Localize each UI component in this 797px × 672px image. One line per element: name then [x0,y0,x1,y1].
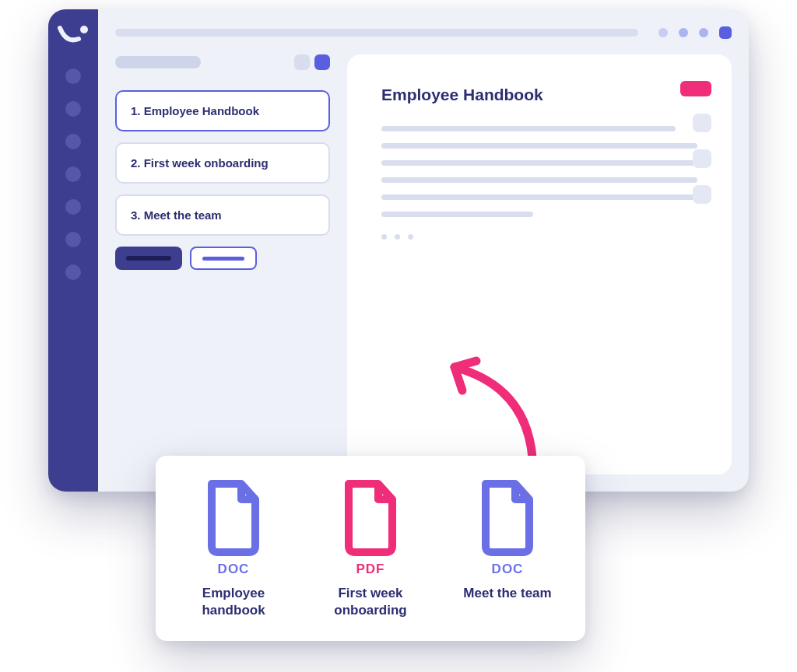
text-skeleton-line [381,160,697,166]
view-toggle[interactable] [294,54,330,70]
file-type-label: DOC [175,562,292,577]
text-skeleton-line [381,126,676,131]
content-title: Employee Handbook [381,86,697,104]
topbar [115,23,732,42]
side-tab[interactable] [693,114,711,132]
active-tab-indicator[interactable] [680,81,711,96]
rail-nav-dot[interactable] [65,68,81,84]
text-skeleton-line [381,143,697,149]
file-meet-the-team[interactable]: DOC Meet the team [449,479,566,619]
side-tab[interactable] [693,149,711,168]
more-indicator [381,234,697,240]
toggle-on-icon [314,54,330,70]
text-skeleton-line [381,177,697,183]
toggle-off-icon [294,54,310,70]
file-caption: Meet the team [449,585,566,602]
file-caption: Employee handbook [175,585,292,619]
window-control-dot[interactable] [658,28,668,37]
secondary-action-button[interactable] [190,247,257,270]
file-type-label: PDF [312,562,429,577]
file-employee-handbook[interactable]: DOC Employee handbook [175,479,292,619]
file-caption: First week onboarding [312,585,429,619]
doc-file-icon [472,479,543,557]
file-type-label: DOC [449,562,566,577]
text-skeleton-line [381,212,533,217]
rail-nav-dot[interactable] [65,166,81,182]
rail-nav-dot[interactable] [65,232,81,247]
nav-item-label: 2. First week onboarding [131,156,269,170]
panel-title-skeleton [115,56,201,68]
nav-item-employee-handbook[interactable]: 1. Employee Handbook [115,90,330,131]
nav-item-first-week-onboarding[interactable]: 2. First week onboarding [115,142,330,184]
rail-nav-dot[interactable] [65,134,81,149]
doc-file-icon [198,479,269,557]
content-card: Employee Handbook [347,54,732,474]
sidebar-rail [48,9,98,492]
window-control-dot[interactable] [699,28,708,37]
file-first-week-onboarding[interactable]: PDF First week onboarding [312,479,429,619]
nav-item-label: 1. Employee Handbook [131,104,259,117]
window-controls [658,26,732,39]
primary-action-button[interactable] [115,247,182,270]
window-control-dot[interactable] [679,28,688,37]
side-tab[interactable] [693,185,711,204]
rail-nav-dot[interactable] [65,264,81,280]
left-panel-header [115,54,330,70]
left-panel: 1. Employee Handbook 2. First week onboa… [115,54,330,270]
text-skeleton-line [381,194,697,200]
window-control-square[interactable] [719,26,732,39]
nav-item-label: 3. Meet the team [131,208,222,222]
svg-point-0 [80,26,88,33]
nav-item-meet-the-team[interactable]: 3. Meet the team [115,194,330,236]
panel-actions [115,247,330,270]
files-tray: DOC Employee handbook PDF First week onb… [156,456,585,641]
pdf-file-icon [335,479,406,557]
app-window: 1. Employee Handbook 2. First week onboa… [48,9,749,492]
address-bar-skeleton [115,29,638,37]
logo-icon [55,20,91,51]
content-side-tabs [680,81,711,204]
rail-nav-dot[interactable] [65,101,81,117]
rail-nav-dot[interactable] [65,199,81,215]
